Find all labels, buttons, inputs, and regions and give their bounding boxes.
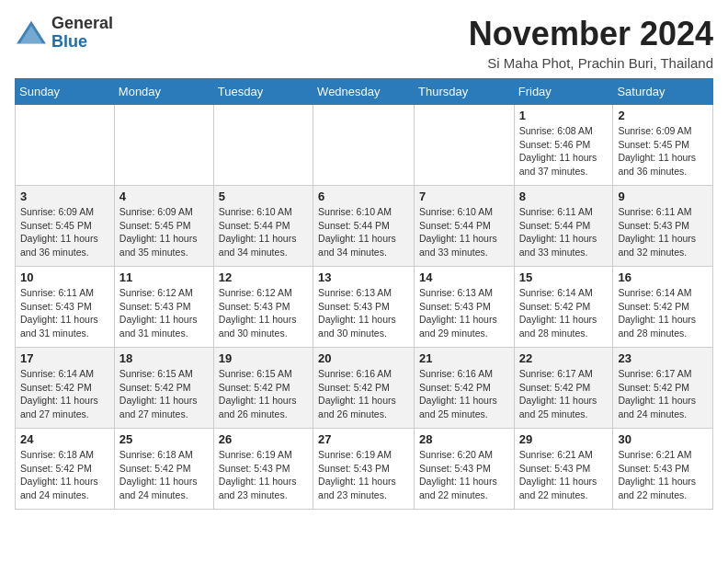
header: General Blue November 2024 Si Maha Phot,… xyxy=(15,15,713,71)
day-detail: Sunrise: 6:15 AM Sunset: 5:42 PM Dayligh… xyxy=(119,367,209,421)
day-number: 2 xyxy=(618,109,708,122)
day-detail: Sunrise: 6:14 AM Sunset: 5:42 PM Dayligh… xyxy=(20,367,109,421)
day-detail: Sunrise: 6:11 AM Sunset: 5:43 PM Dayligh… xyxy=(618,205,708,259)
calendar-cell: 17Sunrise: 6:14 AM Sunset: 5:42 PM Dayli… xyxy=(16,348,115,429)
day-detail: Sunrise: 6:20 AM Sunset: 5:43 PM Dayligh… xyxy=(419,448,509,502)
calendar-cell: 16Sunrise: 6:14 AM Sunset: 5:42 PM Dayli… xyxy=(613,267,713,348)
calendar-cell: 1Sunrise: 6:08 AM Sunset: 5:46 PM Daylig… xyxy=(514,105,613,186)
calendar-week-row: 17Sunrise: 6:14 AM Sunset: 5:42 PM Dayli… xyxy=(16,348,713,429)
day-number: 22 xyxy=(519,351,609,365)
calendar-cell: 13Sunrise: 6:13 AM Sunset: 5:43 PM Dayli… xyxy=(313,267,415,348)
calendar-cell: 15Sunrise: 6:14 AM Sunset: 5:42 PM Dayli… xyxy=(514,267,613,348)
day-detail: Sunrise: 6:18 AM Sunset: 5:42 PM Dayligh… xyxy=(119,448,209,502)
calendar-cell: 30Sunrise: 6:21 AM Sunset: 5:43 PM Dayli… xyxy=(613,429,713,510)
day-number: 19 xyxy=(219,351,308,365)
calendar-cell xyxy=(415,105,515,186)
calendar-cell: 4Sunrise: 6:09 AM Sunset: 5:45 PM Daylig… xyxy=(114,186,213,267)
location-title: Si Maha Phot, Prachin Buri, Thailand xyxy=(469,55,713,71)
calendar-cell: 5Sunrise: 6:10 AM Sunset: 5:44 PM Daylig… xyxy=(213,186,313,267)
day-number: 5 xyxy=(219,190,308,203)
calendar-cell: 11Sunrise: 6:12 AM Sunset: 5:43 PM Dayli… xyxy=(114,267,213,348)
day-detail: Sunrise: 6:19 AM Sunset: 5:43 PM Dayligh… xyxy=(318,448,409,502)
calendar-cell: 27Sunrise: 6:19 AM Sunset: 5:43 PM Dayli… xyxy=(313,429,415,510)
title-area: November 2024 Si Maha Phot, Prachin Buri… xyxy=(469,15,713,71)
day-detail: Sunrise: 6:17 AM Sunset: 5:42 PM Dayligh… xyxy=(618,367,708,421)
calendar-table: SundayMondayTuesdayWednesdayThursdayFrid… xyxy=(15,78,713,510)
calendar-cell: 25Sunrise: 6:18 AM Sunset: 5:42 PM Dayli… xyxy=(114,429,213,510)
weekday-header-wednesday: Wednesday xyxy=(313,79,415,105)
day-number: 6 xyxy=(318,190,409,203)
calendar-week-row: 3Sunrise: 6:09 AM Sunset: 5:45 PM Daylig… xyxy=(16,186,713,267)
day-detail: Sunrise: 6:10 AM Sunset: 5:44 PM Dayligh… xyxy=(219,205,308,259)
day-number: 17 xyxy=(20,351,109,365)
logo-icon xyxy=(15,19,48,47)
calendar-cell: 29Sunrise: 6:21 AM Sunset: 5:43 PM Dayli… xyxy=(514,429,613,510)
day-detail: Sunrise: 6:09 AM Sunset: 5:45 PM Dayligh… xyxy=(119,205,209,259)
calendar-cell: 7Sunrise: 6:10 AM Sunset: 5:44 PM Daylig… xyxy=(415,186,515,267)
calendar-cell: 12Sunrise: 6:12 AM Sunset: 5:43 PM Dayli… xyxy=(213,267,313,348)
day-number: 20 xyxy=(318,351,409,365)
weekday-header-sunday: Sunday xyxy=(16,79,115,105)
calendar-cell: 22Sunrise: 6:17 AM Sunset: 5:42 PM Dayli… xyxy=(514,348,613,429)
day-detail: Sunrise: 6:11 AM Sunset: 5:44 PM Dayligh… xyxy=(519,205,609,259)
weekday-header-thursday: Thursday xyxy=(415,79,515,105)
weekday-header-tuesday: Tuesday xyxy=(213,79,313,105)
calendar-week-row: 1Sunrise: 6:08 AM Sunset: 5:46 PM Daylig… xyxy=(16,105,713,186)
calendar-cell xyxy=(114,105,213,186)
calendar-cell: 20Sunrise: 6:16 AM Sunset: 5:42 PM Dayli… xyxy=(313,348,415,429)
day-number: 30 xyxy=(618,432,708,446)
day-detail: Sunrise: 6:11 AM Sunset: 5:43 PM Dayligh… xyxy=(20,286,109,340)
day-number: 18 xyxy=(119,351,209,365)
logo-text: General Blue xyxy=(51,15,113,52)
day-number: 16 xyxy=(618,270,708,284)
day-number: 1 xyxy=(519,109,609,122)
day-number: 25 xyxy=(119,432,209,446)
month-title: November 2024 xyxy=(469,15,713,53)
weekday-header-row: SundayMondayTuesdayWednesdayThursdayFrid… xyxy=(16,79,713,105)
day-detail: Sunrise: 6:08 AM Sunset: 5:46 PM Dayligh… xyxy=(519,124,609,178)
day-detail: Sunrise: 6:09 AM Sunset: 5:45 PM Dayligh… xyxy=(20,205,109,259)
logo-blue: Blue xyxy=(51,33,113,52)
day-number: 21 xyxy=(419,351,509,365)
day-number: 9 xyxy=(618,190,708,203)
day-number: 13 xyxy=(318,270,409,284)
day-number: 4 xyxy=(119,190,209,203)
calendar-body: 1Sunrise: 6:08 AM Sunset: 5:46 PM Daylig… xyxy=(16,105,713,510)
calendar-cell xyxy=(213,105,313,186)
day-detail: Sunrise: 6:10 AM Sunset: 5:44 PM Dayligh… xyxy=(419,205,509,259)
weekday-header-saturday: Saturday xyxy=(613,79,713,105)
day-detail: Sunrise: 6:21 AM Sunset: 5:43 PM Dayligh… xyxy=(618,448,708,502)
calendar-cell: 2Sunrise: 6:09 AM Sunset: 5:45 PM Daylig… xyxy=(613,105,713,186)
calendar-cell xyxy=(16,105,115,186)
day-number: 28 xyxy=(419,432,509,446)
calendar-cell xyxy=(313,105,415,186)
day-detail: Sunrise: 6:09 AM Sunset: 5:45 PM Dayligh… xyxy=(618,124,708,178)
day-number: 15 xyxy=(519,270,609,284)
day-number: 23 xyxy=(618,351,708,365)
day-detail: Sunrise: 6:21 AM Sunset: 5:43 PM Dayligh… xyxy=(519,448,609,502)
day-detail: Sunrise: 6:13 AM Sunset: 5:43 PM Dayligh… xyxy=(419,286,509,340)
day-number: 12 xyxy=(219,270,308,284)
calendar-cell: 23Sunrise: 6:17 AM Sunset: 5:42 PM Dayli… xyxy=(613,348,713,429)
day-detail: Sunrise: 6:10 AM Sunset: 5:44 PM Dayligh… xyxy=(318,205,409,259)
day-number: 27 xyxy=(318,432,409,446)
day-number: 29 xyxy=(519,432,609,446)
calendar-week-row: 10Sunrise: 6:11 AM Sunset: 5:43 PM Dayli… xyxy=(16,267,713,348)
calendar-cell: 21Sunrise: 6:16 AM Sunset: 5:42 PM Dayli… xyxy=(415,348,515,429)
calendar-cell: 28Sunrise: 6:20 AM Sunset: 5:43 PM Dayli… xyxy=(415,429,515,510)
calendar-cell: 3Sunrise: 6:09 AM Sunset: 5:45 PM Daylig… xyxy=(16,186,115,267)
day-number: 10 xyxy=(20,270,109,284)
calendar-cell: 9Sunrise: 6:11 AM Sunset: 5:43 PM Daylig… xyxy=(613,186,713,267)
calendar-cell: 8Sunrise: 6:11 AM Sunset: 5:44 PM Daylig… xyxy=(514,186,613,267)
calendar-cell: 10Sunrise: 6:11 AM Sunset: 5:43 PM Dayli… xyxy=(16,267,115,348)
day-number: 26 xyxy=(219,432,308,446)
day-detail: Sunrise: 6:16 AM Sunset: 5:42 PM Dayligh… xyxy=(318,367,409,421)
weekday-header-monday: Monday xyxy=(114,79,213,105)
logo: General Blue xyxy=(15,15,113,52)
calendar-cell: 24Sunrise: 6:18 AM Sunset: 5:42 PM Dayli… xyxy=(16,429,115,510)
day-detail: Sunrise: 6:12 AM Sunset: 5:43 PM Dayligh… xyxy=(219,286,308,340)
day-detail: Sunrise: 6:14 AM Sunset: 5:42 PM Dayligh… xyxy=(618,286,708,340)
calendar-cell: 18Sunrise: 6:15 AM Sunset: 5:42 PM Dayli… xyxy=(114,348,213,429)
day-number: 3 xyxy=(20,190,109,203)
day-number: 24 xyxy=(20,432,109,446)
